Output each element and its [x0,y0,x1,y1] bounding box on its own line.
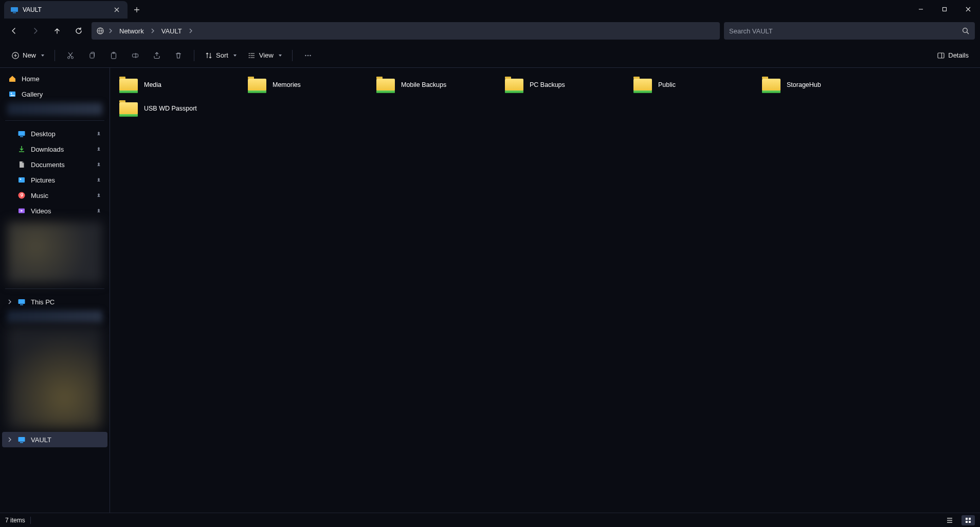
pin-icon[interactable] [96,177,101,183]
sidebar-item-thispc[interactable]: This PC [2,294,107,310]
sidebar-item-music[interactable]: Music [2,188,107,203]
address-bar[interactable]: Network VAULT [92,22,720,40]
paste-button[interactable] [104,47,123,64]
tab-close-button[interactable] [112,5,121,14]
pc-icon [17,298,26,306]
svg-rect-31 [966,518,968,520]
sidebar-item-documents[interactable]: Documents [2,157,107,172]
up-button[interactable] [48,22,66,40]
details-pane-button[interactable]: Details [933,47,973,64]
pin-icon[interactable] [96,208,101,213]
pin-icon[interactable] [96,131,101,136]
pin-icon[interactable] [96,162,101,167]
status-item-count: 7 items [5,517,25,524]
thumbnails-view-toggle[interactable] [961,515,975,525]
network-folder-icon [632,76,653,94]
tab-active[interactable]: VAULT [4,1,128,19]
svg-rect-29 [19,437,25,442]
cut-button[interactable] [61,47,80,64]
folder-label: Memories [273,81,301,88]
divider [5,288,104,289]
folder-item[interactable]: Memories [244,73,372,97]
sidebar-item-pictures[interactable]: Pictures [2,172,107,188]
maximize-button[interactable] [933,0,956,19]
folder-item[interactable]: USB WD Passport [115,97,244,120]
share-button[interactable] [148,47,166,64]
chevron-right-icon[interactable] [187,24,194,38]
folder-item[interactable]: Public [629,73,758,97]
close-button[interactable] [956,0,980,19]
videos-icon [17,207,26,215]
sidebar-item-home[interactable]: Home [2,71,107,86]
view-button[interactable]: View [244,47,286,64]
chevron-down-icon [233,54,237,57]
svg-point-20 [11,93,12,94]
redacted-item [7,326,102,429]
chevron-right-icon[interactable] [6,298,13,305]
svg-point-12 [249,53,250,54]
sidebar-item-downloads[interactable]: Downloads [2,141,107,157]
folder-label: StorageHub [787,81,821,88]
new-tab-button[interactable] [128,1,146,19]
network-folder-icon [247,76,267,94]
divider [5,120,104,121]
titlebar-drag[interactable] [146,0,909,19]
svg-rect-8 [90,53,94,58]
main: Home Gallery Desktop Downloads Documents [0,68,980,513]
chevron-right-icon[interactable] [6,436,13,443]
svg-rect-9 [112,53,116,59]
sidebar-item-gallery[interactable]: Gallery [2,86,107,102]
status-bar: 7 items [0,513,980,527]
delete-button[interactable] [169,47,188,64]
search-bar[interactable] [724,22,975,40]
sidebar-item-videos[interactable]: Videos [2,203,107,219]
sort-label: Sort [216,51,228,59]
svg-rect-18 [938,53,944,58]
breadcrumb-network[interactable]: Network [116,24,147,38]
documents-icon [17,160,26,169]
folder-item[interactable]: Media [115,73,244,97]
refresh-button[interactable] [70,22,87,40]
pin-icon[interactable] [96,193,101,198]
rename-button[interactable] [126,47,144,64]
more-button[interactable] [299,47,317,64]
content-area[interactable]: Media Memories Mobile Backups PC Backups… [110,68,980,513]
sidebar-item-label: Desktop [31,130,56,138]
sidebar-item-label: Documents [31,161,65,169]
sidebar-item-label: Music [31,192,48,199]
network-folder-icon [504,76,524,94]
separator [292,50,293,61]
breadcrumb-vault[interactable]: VAULT [158,24,185,38]
network-folder-icon [118,99,139,118]
details-label: Details [948,51,969,59]
sidebar-item-vault[interactable]: VAULT [2,432,107,447]
svg-point-14 [249,57,250,58]
folder-label: PC Backups [530,81,565,88]
sidebar-item-desktop[interactable]: Desktop [2,126,107,141]
forward-button[interactable] [27,22,44,40]
folder-item[interactable]: StorageHub [758,73,886,97]
folder-item[interactable]: Mobile Backups [372,73,501,97]
files-grid: Media Memories Mobile Backups PC Backups… [115,73,975,120]
chevron-right-icon[interactable] [107,24,114,38]
minimize-button[interactable] [909,0,933,19]
svg-point-16 [307,54,308,56]
home-icon [8,75,16,83]
sidebar-item-label: Pictures [31,176,55,184]
new-button[interactable]: New [7,47,48,64]
search-icon [961,27,970,35]
sort-button[interactable]: Sort [201,47,241,64]
chevron-right-icon[interactable] [149,24,156,38]
back-button[interactable] [5,22,23,40]
network-folder-icon [761,76,782,94]
svg-rect-30 [20,442,23,443]
folder-item[interactable]: PC Backups [501,73,629,97]
separator [194,50,194,61]
svg-rect-34 [969,521,971,523]
sidebar-item-label: Videos [31,207,51,215]
search-input[interactable] [729,27,957,35]
details-view-toggle[interactable] [943,515,956,525]
pin-icon[interactable] [96,147,101,152]
copy-button[interactable] [83,47,101,64]
svg-rect-1 [13,12,16,13]
